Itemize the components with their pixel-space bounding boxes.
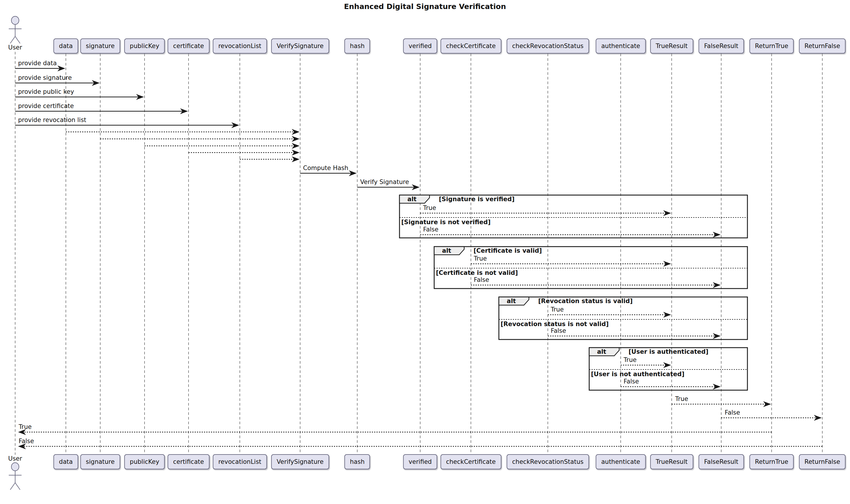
participant-box-TrueResult-top: TrueResult <box>650 38 693 54</box>
participant-box-ReturnTrue-bottom: ReturnTrue <box>749 454 794 469</box>
message-label: False <box>624 378 639 385</box>
participant-box-checkCertificate-top: checkCertificate <box>440 38 502 54</box>
message-label: Compute Hash <box>303 164 348 172</box>
message-6-arrowhead <box>292 136 299 142</box>
actor-user-top-leg-right <box>15 36 20 43</box>
sequence-diagram: UserUserdatadatasignaturesignaturepublic… <box>0 0 850 504</box>
participant-box-signature-top: signature <box>81 38 120 54</box>
participant-box-publicKey-top: publicKey <box>124 38 164 54</box>
participant-box-hash-bottom: hash <box>344 454 370 469</box>
participant-box-ReturnTrue-top: ReturnTrue <box>749 38 794 54</box>
alt-keyword: alt <box>407 195 416 203</box>
message-label: provide certificate <box>18 102 74 110</box>
alt-guard: [Signature is not verified] <box>401 218 491 226</box>
message-label: provide revocation list <box>18 116 86 124</box>
message-label: False <box>474 276 489 284</box>
message-label: Verify Signature <box>360 178 409 186</box>
participant-box-FalseResult-bottom: FalseResult <box>698 454 744 469</box>
message-label: True <box>624 356 637 364</box>
participant-box-verified-top: verified <box>403 38 437 54</box>
actor-user-top-head <box>11 16 19 24</box>
alt-keyword: alt <box>597 348 606 356</box>
message-label: False <box>551 327 566 335</box>
participant-box-verified-bottom: verified <box>403 454 437 469</box>
participant-box-ReturnFalse-bottom: ReturnFalse <box>799 454 846 469</box>
alt-guard: [User is not authenticated] <box>591 370 684 378</box>
participant-box-certificate-bottom: certificate <box>168 454 209 469</box>
participant-box-revocationList-bottom: revocationList <box>213 454 267 469</box>
message-label: True <box>551 306 564 313</box>
alt-0-true-arrowhead <box>663 210 671 216</box>
participant-box-data-bottom: data <box>53 454 78 469</box>
actor-user-bottom-head <box>11 463 19 471</box>
message-label: provide public key <box>18 88 74 95</box>
actor-user-top-leg-left <box>10 36 15 43</box>
message-8-arrowhead <box>292 150 299 156</box>
message-label: provide data <box>18 59 57 67</box>
message-label: True <box>423 204 436 212</box>
participant-box-checkRevocationStatus-top: checkRevocationStatus <box>507 38 589 54</box>
participant-box-TrueResult-bottom: TrueResult <box>650 454 693 469</box>
message-label: False <box>725 409 740 416</box>
participant-box-hash-top: hash <box>344 38 370 54</box>
participant-box-signature-bottom: signature <box>81 454 120 469</box>
diagram-lines-layer <box>0 0 850 504</box>
actor-user-bottom-leg-right <box>15 483 20 490</box>
message-label: False <box>19 437 34 445</box>
participant-box-data-top: data <box>53 38 78 54</box>
message-label: True <box>675 395 688 403</box>
participant-box-checkCertificate-bottom: checkCertificate <box>440 454 502 469</box>
alt-keyword: alt <box>507 297 516 305</box>
alt-guard: [User is authenticated] <box>628 348 708 356</box>
message-label: False <box>423 226 438 233</box>
actor-user-bottom-leg-left <box>10 483 15 490</box>
participant-box-VerifySignature-top: VerifySignature <box>271 38 329 54</box>
message-9-arrowhead <box>292 156 299 162</box>
participant-box-FalseResult-top: FalseResult <box>698 38 744 54</box>
participant-box-VerifySignature-bottom: VerifySignature <box>271 454 329 469</box>
alt-3-true-arrowhead <box>663 362 671 368</box>
participant-box-certificate-top: certificate <box>168 38 209 54</box>
participant-box-ReturnFalse-top: ReturnFalse <box>799 38 846 54</box>
alt-keyword: alt <box>442 247 451 254</box>
participant-box-checkRevocationStatus-bottom: checkRevocationStatus <box>507 454 589 469</box>
message-7-arrowhead <box>292 143 299 149</box>
participant-box-authenticate-bottom: authenticate <box>596 454 646 469</box>
actor-user-top-label: User <box>8 44 22 51</box>
message-label: True <box>474 255 487 262</box>
participant-box-authenticate-top: authenticate <box>596 38 646 54</box>
alt-guard: [Certificate is valid] <box>473 247 542 254</box>
actor-user-bottom-label: User <box>8 455 22 462</box>
diagram-title: Enhanced Digital Signature Verification <box>0 2 850 11</box>
participant-box-revocationList-top: revocationList <box>213 38 267 54</box>
message-label: True <box>19 423 32 431</box>
alt-guard: [Signature is verified] <box>439 195 515 203</box>
message-label: provide signature <box>18 74 72 82</box>
alt-guard: [Revocation status is valid] <box>538 297 632 305</box>
participant-box-publicKey-bottom: publicKey <box>124 454 164 469</box>
tail-message-0-arrowhead <box>763 401 771 407</box>
alt-guard: [Certificate is not valid] <box>436 269 518 276</box>
